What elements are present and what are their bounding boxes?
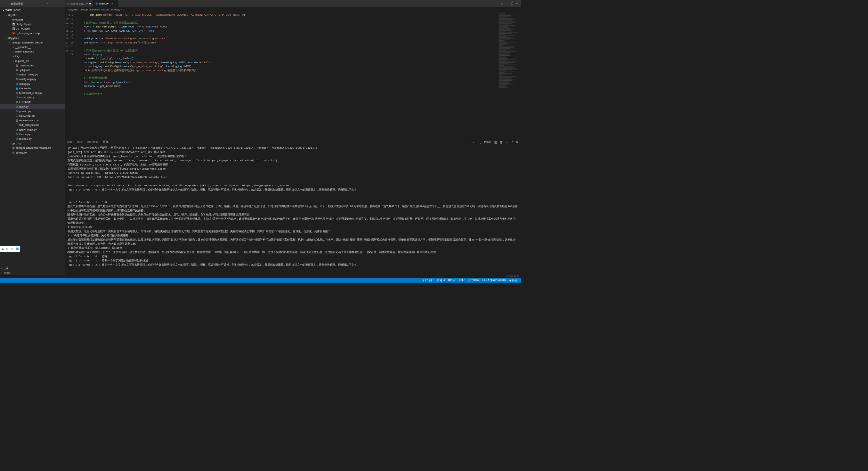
title-bar: 资源管理器 ⋯ ⚙config copy.py⚙main.py✕ ▷ ⌄ ◫ ⋯ xyxy=(0,0,521,7)
chevron-right-icon: › xyxy=(12,46,15,48)
terminal-label: Python xyxy=(484,141,492,143)
ime-icon-2[interactable]: ☺ xyxy=(10,247,14,251)
file-pythonprograms-zip[interactable]: ▣pythonprograms.zip xyxy=(0,31,65,35)
minimap[interactable] xyxy=(498,12,521,139)
breadcrumb[interactable]: 00pyfiles›chatgpt_academic-master›main.p… xyxy=(65,7,521,12)
chevron-right-icon: › xyxy=(12,55,15,57)
breadcrumb-segment[interactable]: ... xyxy=(122,8,124,11)
panel-tab-3[interactable]: 终端 xyxy=(103,139,108,145)
chevron-right-icon: › xyxy=(8,18,12,21)
ime-icon-1[interactable]: ⎚ xyxy=(6,247,8,251)
file-chatgpt-ipynb[interactable]: 📓chatgpt.ipynb xyxy=(0,22,65,26)
file-functional_crazy-py[interactable]: ⚙functional_crazy.py xyxy=(0,90,65,95)
file-chatgpt_academic-master-zip[interactable]: ▣chatgpt_academic-master.zip xyxy=(0,146,65,150)
tab-config-copy-py[interactable]: ⚙config copy.py xyxy=(65,0,93,7)
breadcrumb-segment[interactable]: main.py xyxy=(111,8,120,11)
dirty-indicator xyxy=(89,3,91,5)
chevron-right-icon: › xyxy=(12,59,15,62)
panel-tabs: 问题输出调试控制台终端 + ⌄ 〉_ Python ◫ 🗑 ⋯ ^ ✕ xyxy=(65,139,521,145)
python-file-icon: ⚙ xyxy=(95,2,98,5)
statusbar-item[interactable]: {} Python xyxy=(467,278,480,282)
file--gitignore[interactable]: ▤.gitignore xyxy=(0,67,65,72)
code-editor[interactable]: get_conf('proxies', 'WEB_PORT', 'LLM_MOD… xyxy=(77,12,498,139)
terminal-dropdown-icon[interactable]: ⌄ xyxy=(473,141,474,143)
split-editor-icon[interactable]: ◫ xyxy=(511,2,513,5)
sidebar: ⌄无标题 (工作区) ⌄0pyfiles›timedatas📓chatgpt.i… xyxy=(0,7,65,275)
folder-gpt_log[interactable]: ›gpt_log xyxy=(0,141,65,146)
file-LSTM-ipynb[interactable]: 📓LSTM.ipynb xyxy=(0,26,65,31)
chevron-right-icon: › xyxy=(12,50,15,53)
new-terminal-icon[interactable]: + xyxy=(468,140,470,144)
python-file-icon: ⚙ xyxy=(67,2,69,5)
run-icon[interactable]: ▷ xyxy=(501,2,503,5)
statusbar-item[interactable]: 空格: 4 xyxy=(436,278,447,282)
file-toolbox-py[interactable]: ⚙toolbox.py xyxy=(0,136,65,141)
workspace-header[interactable]: ⌄无标题 (工作区) xyxy=(0,7,65,13)
statusbar-item[interactable]: CRLF xyxy=(457,278,467,282)
split-terminal-icon[interactable]: ◫ xyxy=(494,140,497,144)
maximize-panel-icon[interactable]: ^ xyxy=(511,140,513,144)
more-actions-icon[interactable]: ⋯ xyxy=(516,2,519,5)
file-predict-py[interactable]: ⚙predict.py xyxy=(0,109,65,113)
file-config-copy-py[interactable]: ⚙config copy.py xyxy=(0,77,65,81)
file-Dockerfile[interactable]: ▣Dockerfile xyxy=(0,86,65,90)
terminal-type-icon[interactable]: 〉_ xyxy=(477,140,481,144)
folder-__pycache__[interactable]: ›__pycache__ xyxy=(0,44,65,49)
file-config-py[interactable]: ⚙config.py xyxy=(0,81,65,86)
file-self_analysis-md[interactable]: ⓘself_analysis.md xyxy=(0,123,65,127)
outline-section[interactable]: ›大纲 xyxy=(0,266,65,271)
run-dropdown-icon[interactable]: ⌄ xyxy=(506,2,508,5)
terminal-output[interactable]: [PROXY] 网络代理状态：已配置。配置信息如下： {'socks5': 's… xyxy=(65,145,521,275)
chevron-down-icon: ⌄ xyxy=(5,14,8,16)
explorer-title: 资源管理器 xyxy=(2,2,32,5)
ime-lang[interactable]: 英 xyxy=(1,247,4,251)
editor-tabs: ⚙config copy.py⚙main.py✕ xyxy=(65,0,118,7)
folder-timedatas[interactable]: ›timedatas xyxy=(0,17,65,22)
panel-tab-2[interactable]: 调试控制台 xyxy=(86,139,98,145)
chevron-down-icon: ⌄ xyxy=(8,41,12,44)
bottom-panel: 问题输出调试控制台终端 + ⌄ 〉_ Python ◫ 🗑 ⋯ ^ ✕ [PRO… xyxy=(65,139,521,275)
file-functional-py[interactable]: ⚙functional.py xyxy=(0,95,65,100)
folder-chatgpt_academic-master[interactable]: ⌄chatgpt_academic-master xyxy=(0,40,65,44)
folder-crazy_functions[interactable]: ›crazy_functions xyxy=(0,49,65,54)
statusbar-item[interactable]: 行 27, 列 1 xyxy=(420,278,436,282)
statusbar-item[interactable]: UTF-8 xyxy=(447,278,457,282)
folder-0pyfiles[interactable]: ⌄0pyfiles xyxy=(0,13,65,17)
chevron-right-icon: › xyxy=(8,142,12,145)
close-tab-icon[interactable]: ✕ xyxy=(111,2,114,6)
breadcrumb-segment[interactable]: 00pyfiles xyxy=(67,8,77,11)
ime-toolbar[interactable]: 英 ⎚ ☺ ⊞ xyxy=(0,246,20,252)
line-numbers: 8 9 10 11 12 13 14 15 16 17 18 19 20 21 … xyxy=(65,12,77,139)
folder-request_llm[interactable]: ›request_llm xyxy=(0,58,65,63)
panel-tab-1[interactable]: 输出 xyxy=(77,139,82,145)
file-tree: ⌄0pyfiles›timedatas📓chatgpt.ipynb📓LSTM.i… xyxy=(0,13,65,266)
file-check_proxy-py[interactable]: ⚙check_proxy.py xyxy=(0,72,65,77)
folder-img[interactable]: ›img xyxy=(0,54,65,58)
file-README-md[interactable]: ⓘREADME.md xyxy=(0,113,65,118)
panel-more-icon[interactable]: ⋯ xyxy=(506,140,509,144)
status-bar: 行 27, 列 1空格: 4UTF-8CRLF{} Python3.11.2 (… xyxy=(0,278,521,283)
panel-tab-0[interactable]: 问题 xyxy=(67,139,73,145)
file-show_math-py[interactable]: ⚙show_math.py xyxy=(0,127,65,132)
folder-00pyfiles[interactable]: ⌄00pyfiles xyxy=(0,35,65,40)
file-main-py[interactable]: ⚙main.py xyxy=(0,104,65,109)
watermark: Yuucn.com xyxy=(505,274,519,277)
kill-terminal-icon[interactable]: 🗑 xyxy=(500,140,503,144)
timeline-section[interactable]: ›时间线 xyxy=(0,271,65,275)
file--gitattributes[interactable]: ▤.gitattributes xyxy=(0,63,65,67)
statusbar-item[interactable]: 3.11.2 ('base': conda) xyxy=(480,278,508,282)
statusbar-item[interactable]: ◉ 脱机 xyxy=(508,278,519,282)
file-config-py[interactable]: ⚙config.py xyxy=(0,150,65,155)
breadcrumb-segment[interactable]: chatgpt_academic-master xyxy=(80,8,109,11)
file-requirements-txt[interactable]: ▤requirements.txt xyxy=(0,118,65,123)
explorer-more-icon[interactable]: ⋯ xyxy=(32,2,65,5)
ime-icon-3[interactable]: ⊞ xyxy=(16,247,19,251)
chevron-down-icon: ⌄ xyxy=(5,36,8,39)
file-LICENSE[interactable]: ⚖LICENSE xyxy=(0,100,65,104)
file-theme-py[interactable]: ⚙theme.py xyxy=(0,132,65,136)
tab-main-py[interactable]: ⚙main.py✕ xyxy=(93,0,118,7)
close-panel-icon[interactable]: ✕ xyxy=(516,140,518,144)
